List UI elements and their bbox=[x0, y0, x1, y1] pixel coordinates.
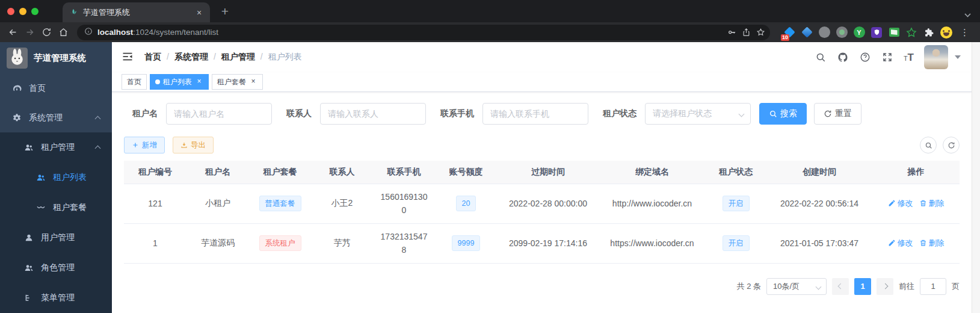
search-icon[interactable] bbox=[815, 51, 827, 63]
tenant-name-input[interactable] bbox=[166, 103, 272, 125]
profile-avatar-icon[interactable] bbox=[940, 26, 952, 39]
prev-page-button[interactable] bbox=[832, 278, 849, 295]
sidebar: 芋道管理系统 首页 系统管理 租户管理 租户列表 租户套餐 bbox=[0, 42, 112, 313]
chevron-down-icon bbox=[739, 111, 745, 117]
browser-tab-title: 芋道管理系统 bbox=[83, 7, 190, 18]
page-unit-label: 页 bbox=[952, 281, 960, 292]
extension-green-y-icon[interactable]: Y bbox=[853, 26, 865, 39]
extension-badge: 10 bbox=[781, 34, 789, 41]
search-button[interactable]: 搜索 bbox=[759, 103, 807, 125]
cell-contact: 小王2 bbox=[311, 184, 373, 223]
edit-pencil-icon bbox=[888, 199, 896, 207]
sidebar-item-tenant[interactable]: 租户管理 bbox=[0, 132, 112, 163]
extension-wallet-icon[interactable]: 10 bbox=[783, 26, 795, 39]
sidebar-item-label: 首页 bbox=[29, 83, 46, 94]
page-size-select[interactable]: 10条/页 bbox=[766, 278, 827, 295]
tags-view-bar: 首页 租户列表 租户套餐 bbox=[112, 72, 972, 92]
contact-input[interactable] bbox=[320, 103, 426, 125]
tag-tenant-list[interactable]: 租户列表 bbox=[150, 74, 209, 90]
window-minimize-button[interactable] bbox=[19, 8, 26, 15]
sidebar-item-tenant-list[interactable]: 租户列表 bbox=[0, 163, 112, 193]
address-bar[interactable]: localhost:1024/system/tenant/list bbox=[77, 25, 770, 40]
col-tenant-name: 租户名 bbox=[186, 161, 249, 184]
breadcrumb-home[interactable]: 首页 bbox=[144, 52, 174, 63]
extension-grey-circle-icon[interactable] bbox=[818, 26, 830, 39]
users-icon bbox=[24, 263, 34, 273]
cell-package: 系统租户 bbox=[249, 223, 311, 263]
toggle-search-button[interactable] bbox=[920, 137, 937, 153]
col-status: 租户状态 bbox=[705, 161, 766, 184]
share-icon[interactable] bbox=[739, 26, 753, 39]
refresh-table-button[interactable] bbox=[943, 137, 960, 153]
sidebar-item-tenant-package[interactable]: 租户套餐 bbox=[0, 193, 112, 223]
home-button[interactable] bbox=[57, 26, 70, 39]
tag-close-icon[interactable] bbox=[249, 78, 257, 86]
page-number-1[interactable]: 1 bbox=[854, 278, 871, 295]
sidebar-item-label: 系统管理 bbox=[29, 113, 63, 123]
extension-gem-icon[interactable] bbox=[801, 26, 813, 39]
new-tab-button[interactable] bbox=[217, 4, 233, 19]
extension-grey-green-icon[interactable] bbox=[836, 26, 848, 39]
goto-page-input[interactable] bbox=[920, 278, 946, 295]
mobile-input[interactable] bbox=[482, 103, 588, 125]
sidebar-item-menu[interactable]: 菜单管理 bbox=[0, 283, 112, 313]
tag-tenant-package[interactable]: 租户套餐 bbox=[212, 74, 263, 90]
extension-star-icon[interactable] bbox=[905, 26, 917, 39]
delete-link[interactable]: 删除 bbox=[919, 198, 945, 209]
reload-button[interactable] bbox=[40, 26, 53, 39]
edit-link[interactable]: 修改 bbox=[888, 238, 913, 249]
edit-link[interactable]: 修改 bbox=[888, 198, 913, 209]
browser-menu-icon[interactable] bbox=[958, 27, 972, 38]
user-avatar[interactable] bbox=[924, 45, 948, 69]
download-icon bbox=[180, 141, 188, 149]
search-form: 租户名 联系人 联系手机 租户状态 请选择租户状态 搜索 重置 bbox=[132, 103, 960, 125]
extensions-puzzle-icon[interactable] bbox=[923, 26, 935, 39]
search-icon bbox=[925, 141, 932, 149]
password-key-icon[interactable] bbox=[724, 26, 739, 39]
add-button[interactable]: 新增 bbox=[124, 137, 165, 153]
sidebar-item-system[interactable]: 系统管理 bbox=[0, 103, 112, 132]
scrollbar-track[interactable] bbox=[972, 42, 980, 313]
breadcrumb-system[interactable]: 系统管理 bbox=[174, 52, 221, 63]
reset-button[interactable]: 重置 bbox=[814, 103, 861, 125]
sidebar-item-home[interactable]: 首页 bbox=[0, 74, 112, 104]
site-info-icon[interactable] bbox=[84, 27, 93, 38]
window-close-button[interactable] bbox=[7, 8, 14, 15]
help-icon[interactable] bbox=[859, 51, 871, 63]
cell-domain: https://www.iocoder.cn bbox=[599, 223, 705, 263]
export-button[interactable]: 导出 bbox=[173, 137, 214, 153]
github-icon[interactable] bbox=[837, 51, 849, 63]
extension-photo-icon[interactable] bbox=[888, 26, 900, 39]
sidebar-item-user[interactable]: 用户管理 bbox=[0, 223, 112, 253]
extension-shield-icon[interactable] bbox=[871, 26, 883, 39]
tag-close-icon[interactable] bbox=[195, 78, 203, 86]
delete-link[interactable]: 删除 bbox=[919, 238, 945, 249]
chevron-down-icon bbox=[816, 284, 822, 290]
fullscreen-icon[interactable] bbox=[881, 51, 893, 63]
status-select[interactable]: 请选择租户状态 bbox=[645, 103, 751, 125]
tag-home[interactable]: 首页 bbox=[122, 74, 147, 90]
tenant-table: 租户编号 租户名 租户套餐 联系人 联系手机 账号额度 过期时间 绑定域名 租户… bbox=[124, 161, 960, 264]
cell-actions: 修改删除 bbox=[872, 223, 960, 263]
bookmark-star-icon[interactable] bbox=[753, 26, 768, 39]
tab-search-chevron-icon[interactable] bbox=[965, 11, 970, 16]
breadcrumb-tenant[interactable]: 租户管理 bbox=[221, 52, 268, 63]
window-controls bbox=[0, 0, 45, 22]
browser-tab[interactable]: 芋道管理系统 bbox=[63, 2, 210, 22]
sidebar-collapse-icon[interactable] bbox=[122, 51, 135, 64]
font-size-icon[interactable] bbox=[904, 52, 914, 63]
search-icon bbox=[769, 110, 777, 118]
tab-close-icon[interactable] bbox=[194, 8, 204, 17]
cell-status: 开启 bbox=[705, 223, 766, 263]
cell-expire: 2022-02-28 00:00:00 bbox=[497, 184, 599, 223]
table-toolbar: 新增 导出 bbox=[124, 137, 960, 153]
back-button[interactable] bbox=[6, 26, 19, 39]
forward-button[interactable] bbox=[23, 26, 36, 39]
window-zoom-button[interactable] bbox=[31, 8, 39, 15]
logo-rabbit-image bbox=[7, 48, 28, 69]
avatar-dropdown-caret-icon[interactable] bbox=[955, 55, 961, 59]
url-text[interactable]: localhost:1024/system/tenant/list bbox=[97, 28, 724, 37]
sidebar-item-role[interactable]: 角色管理 bbox=[0, 253, 112, 283]
next-page-button[interactable] bbox=[877, 278, 893, 295]
sidebar-logo[interactable]: 芋道管理系统 bbox=[0, 42, 112, 74]
